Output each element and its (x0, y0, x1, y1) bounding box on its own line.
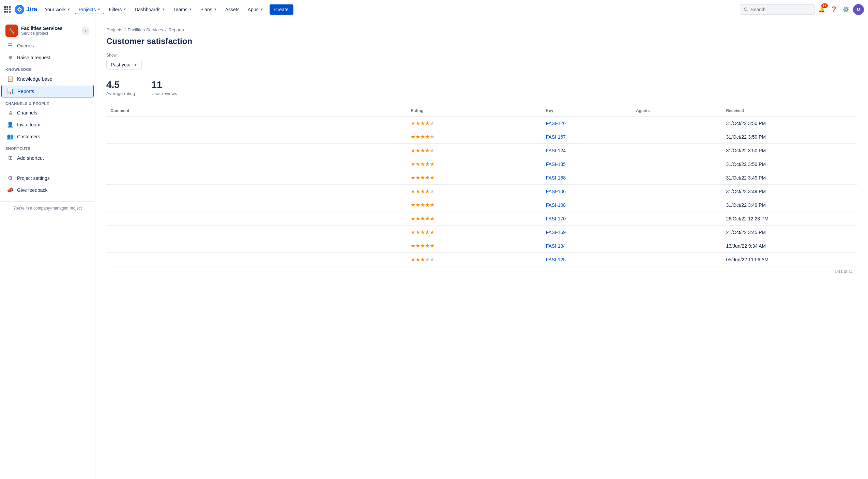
cell-rating: ★★★★★ (407, 253, 542, 266)
issue-key-link[interactable]: FASI-126 (546, 121, 566, 126)
cell-key[interactable]: FASI-167 (542, 130, 632, 144)
cell-key[interactable]: FASI-135 (542, 157, 632, 171)
cell-key[interactable]: FASI-170 (542, 212, 632, 226)
breadcrumb-projects[interactable]: Projects (106, 27, 122, 32)
average-rating-label: Average rating (106, 91, 135, 96)
cell-comment (106, 253, 407, 266)
star-filled-icon: ★ (430, 202, 435, 208)
star-filled-icon: ★ (415, 161, 420, 167)
knowledge-section-label: KNOWLEDGE (0, 63, 95, 73)
help-button[interactable]: ❓ (828, 4, 839, 15)
user-reviews-stat: 11 User reviews (151, 79, 177, 96)
nav-dashboards[interactable]: Dashboards ▼ (131, 5, 168, 14)
nav-projects[interactable]: Projects ▼ (75, 5, 104, 14)
cell-agents (632, 157, 722, 171)
create-button[interactable]: Create (270, 4, 293, 15)
nav-filters[interactable]: Filters ▼ (105, 5, 130, 14)
shortcuts-section-label: SHORTCUTS (0, 142, 95, 152)
star-filled-icon: ★ (411, 175, 415, 181)
cell-agents (632, 239, 722, 253)
issue-key-link[interactable]: FASI-125 (546, 257, 566, 262)
cell-key[interactable]: FASI-125 (542, 253, 632, 266)
cell-key[interactable]: FASI-108 (542, 198, 632, 212)
col-header-received: Received (722, 106, 857, 116)
app-grid-icon[interactable] (4, 6, 11, 13)
user-avatar[interactable]: U (853, 4, 864, 15)
cell-key[interactable]: FASI-124 (542, 144, 632, 157)
cell-comment (106, 212, 407, 226)
cell-rating: ★★★★★ (407, 198, 542, 212)
project-icon: 🔧 (5, 25, 18, 37)
star-filled-icon: ★ (415, 243, 420, 249)
svg-line-1 (747, 10, 748, 11)
cell-key[interactable]: FASI-169 (542, 226, 632, 239)
jira-logo[interactable]: Jira (15, 5, 37, 14)
star-empty-icon: ★ (430, 257, 435, 262)
sidebar-item-project-settings[interactable]: ⚙ Project settings (1, 172, 94, 184)
cell-key[interactable]: FASI-168 (542, 171, 632, 185)
table-row: ★★★★★FASI-10831/Oct/22 3:49 PM (106, 198, 857, 212)
nav-apps[interactable]: Apps ▼ (244, 5, 267, 14)
col-header-key: Key (542, 106, 632, 116)
table-row: ★★★★★FASI-16731/Oct/22 3:50 PM (106, 130, 857, 144)
nav-your-work[interactable]: Your work ▼ (41, 5, 74, 14)
star-filled-icon: ★ (425, 216, 430, 221)
sidebar-item-raise-request[interactable]: ⊕ Raise a request (1, 51, 94, 63)
cell-agents (632, 226, 722, 239)
search-icon (744, 7, 748, 12)
cell-received: 31/Oct/22 3:50 PM (722, 130, 857, 144)
average-rating-stat: 4.5 Average rating (106, 79, 135, 96)
sidebar-project-header: 🔧 Facilities Services Service project ‹ (0, 19, 95, 40)
period-filter-dropdown[interactable]: Past year ▼ (106, 60, 142, 70)
cell-rating: ★★★★★ (407, 239, 542, 253)
cell-key[interactable]: FASI-126 (542, 116, 632, 130)
search-input[interactable] (750, 7, 811, 12)
sidebar-collapse-button[interactable]: ‹ (81, 27, 90, 35)
table-row: ★★★★★FASI-13531/Oct/22 3:50 PM (106, 157, 857, 171)
project-name: Facilities Services (21, 26, 78, 31)
star-filled-icon: ★ (420, 216, 425, 221)
issue-key-link[interactable]: FASI-106 (546, 189, 566, 194)
issue-key-link[interactable]: FASI-124 (546, 148, 566, 153)
sidebar-item-channels[interactable]: 🖥 Channels (1, 107, 94, 119)
notifications-button[interactable]: 🔔 9+ (816, 4, 827, 15)
breadcrumb-facilities-services[interactable]: Facilities Services (128, 27, 163, 32)
cell-comment (106, 198, 407, 212)
star-filled-icon: ★ (411, 188, 415, 194)
nav-teams[interactable]: Teams ▼ (170, 5, 196, 14)
chevron-down-icon: ▼ (123, 7, 126, 11)
cell-key[interactable]: FASI-106 (542, 185, 632, 198)
nav-plans[interactable]: Plans ▼ (197, 5, 220, 14)
project-info: Facilities Services Service project (21, 26, 78, 36)
cell-key[interactable]: FASI-134 (542, 239, 632, 253)
star-filled-icon: ★ (411, 148, 415, 153)
sidebar-item-customers[interactable]: 👥 Customers (1, 130, 94, 142)
sidebar-item-add-shortcut[interactable]: ⊞ Add shortcut (1, 152, 94, 164)
star-filled-icon: ★ (420, 161, 425, 167)
star-filled-icon: ★ (420, 134, 425, 140)
sidebar-item-give-feedback[interactable]: 📣 Give feedback (1, 184, 94, 196)
issue-key-link[interactable]: FASI-169 (546, 230, 566, 235)
issue-key-link[interactable]: FASI-108 (546, 202, 566, 208)
star-filled-icon: ★ (425, 175, 430, 181)
issue-key-link[interactable]: FASI-168 (546, 175, 566, 181)
issue-key-link[interactable]: FASI-134 (546, 243, 566, 249)
notification-badge: 9+ (821, 3, 828, 8)
issue-key-link[interactable]: FASI-135 (546, 161, 566, 167)
issue-key-link[interactable]: FASI-170 (546, 216, 566, 221)
star-filled-icon: ★ (415, 120, 420, 126)
search-bar[interactable] (740, 4, 815, 15)
user-reviews-label: User reviews (151, 91, 177, 96)
sidebar-item-queues[interactable]: ☰ Queues (1, 40, 94, 51)
queues-icon: ☰ (7, 42, 14, 49)
sidebar-item-invite-team[interactable]: 👤 Invite team (1, 119, 94, 130)
table-row: ★★★★★FASI-12505/Jun/22 11:56 AM (106, 253, 857, 266)
sidebar-item-knowledge-base[interactable]: 📋 Knowledge base (1, 73, 94, 85)
cell-received: 13/Jun/22 9:34 AM (722, 239, 857, 253)
sidebar-item-reports[interactable]: 📊 Reports (1, 85, 94, 97)
main-layout: 🔧 Facilities Services Service project ‹ … (0, 19, 868, 479)
settings-button[interactable]: ⚙️ (841, 4, 852, 15)
nav-assets[interactable]: Assets (222, 5, 243, 14)
invite-team-icon: 👤 (7, 121, 14, 128)
issue-key-link[interactable]: FASI-167 (546, 134, 566, 140)
